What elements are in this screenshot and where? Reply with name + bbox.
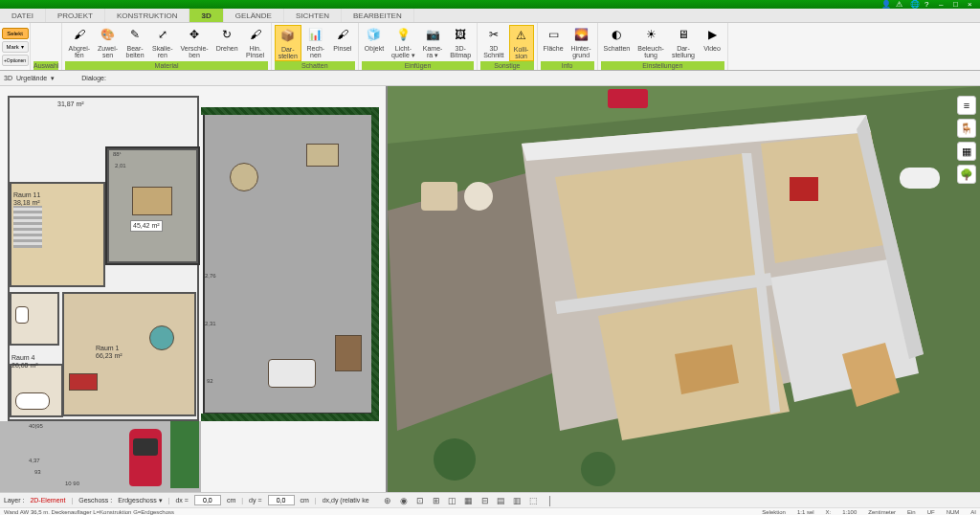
user-icon[interactable]: 👤 bbox=[881, 0, 890, 9]
ribbon-sonstige-1[interactable]: ⚠Kolli- sion bbox=[509, 25, 534, 61]
bottom-tool-5[interactable]: ▦ bbox=[462, 494, 476, 507]
ribbon-group-label: Einfügen bbox=[362, 61, 474, 70]
tab-konstruktion[interactable]: KONSTRUKTION bbox=[105, 9, 190, 22]
bottom-tool-0[interactable]: ⊕ bbox=[381, 494, 394, 507]
ribbon-sonstige-0[interactable]: ✂3D Schnitt bbox=[480, 25, 506, 61]
ribbon-item-label: Licht- quelle ▾ bbox=[391, 45, 415, 58]
ribbon-material-1[interactable]: 🎨Zuwei- sen bbox=[95, 25, 121, 61]
svg-rect-14 bbox=[421, 182, 457, 211]
svg-point-15 bbox=[464, 182, 493, 211]
tab-datei[interactable]: DATEI bbox=[0, 9, 46, 22]
beleuch--icon: ☀ bbox=[642, 26, 659, 43]
area-top-label: 31,87 m² bbox=[57, 101, 84, 108]
ribbon-item-label: Hinter- grund bbox=[571, 45, 591, 58]
bottom-tool-10[interactable]: │ bbox=[544, 494, 557, 507]
cabinet bbox=[335, 335, 362, 371]
status-selection: Selektion bbox=[762, 509, 786, 515]
bottom-tool-4[interactable]: ◫ bbox=[446, 494, 459, 507]
ribbon-schatten-2[interactable]: 🖌Pinsel bbox=[330, 25, 355, 61]
surface-icon[interactable]: ▦ bbox=[957, 142, 976, 161]
room-4-label: Raum 426,60 m² bbox=[11, 354, 38, 370]
ribbon-info-1[interactable]: 🌄Hinter- grund bbox=[568, 25, 594, 61]
ribbon-material-3[interactable]: ⤢Skalie- ren bbox=[149, 25, 175, 61]
bear--icon: ✎ bbox=[126, 26, 144, 43]
tab-sichten[interactable]: SICHTEN bbox=[284, 9, 342, 22]
tree-icon[interactable]: 🌳 bbox=[957, 165, 976, 184]
globe-icon[interactable]: 🌐 bbox=[910, 0, 919, 9]
ribbon-schatten-1[interactable]: 📊Rech- nen bbox=[303, 25, 328, 61]
ribbon-item-label: 3D Schnitt bbox=[483, 45, 503, 58]
patio-table-2 bbox=[306, 144, 339, 167]
patio-table-1 bbox=[230, 163, 258, 191]
ribbon-einstellungen-0[interactable]: ◐Schatten bbox=[601, 25, 634, 61]
hin.-icon: 🖌 bbox=[247, 26, 264, 43]
stairs-icon bbox=[13, 206, 42, 248]
maximize-icon[interactable]: □ bbox=[953, 0, 962, 9]
status-scale1: 1:1 sel bbox=[797, 509, 814, 515]
dx-input[interactable] bbox=[194, 495, 221, 505]
kame--icon: 📷 bbox=[424, 26, 441, 43]
ribbon-material-0[interactable]: 🖌Abgrei- fen bbox=[65, 25, 93, 61]
ribbon-material-6[interactable]: 🖌Hin. Pinsel bbox=[243, 25, 268, 61]
view-3d[interactable]: ≡ 🪑 ▦ 🌳 bbox=[388, 86, 980, 492]
tab-bearbeiten[interactable]: BEARBEITEN bbox=[342, 9, 414, 22]
select-button[interactable]: Selekt bbox=[2, 28, 29, 39]
layer-value[interactable]: 2D-Element bbox=[30, 497, 65, 504]
ribbon-item-label: Objekt bbox=[365, 45, 384, 52]
close-icon[interactable]: × bbox=[968, 0, 976, 9]
ribbon-schatten-0[interactable]: 📦Dar- stellen bbox=[275, 25, 301, 61]
tab-projekt[interactable]: PROJEKT bbox=[46, 9, 105, 22]
toilet-icon bbox=[15, 306, 29, 324]
view-2d[interactable]: 31,87 m² Raum 1138,18 m² 45,42 m² 2,01 8… bbox=[0, 86, 388, 492]
warning-icon[interactable]: ⚠ bbox=[896, 0, 904, 9]
ribbon-einfügen-0[interactable]: 🧊Objekt bbox=[362, 25, 387, 61]
bottom-tool-8[interactable]: ▥ bbox=[511, 494, 524, 507]
ribbon-material-4[interactable]: ✥Verschie- ben bbox=[177, 25, 211, 61]
unit-label-2: cm bbox=[301, 497, 309, 504]
help-icon[interactable]: ? bbox=[924, 0, 933, 9]
licht--icon: 💡 bbox=[394, 26, 412, 43]
ribbon-item-label: Dar- stellen bbox=[278, 46, 298, 59]
minimize-icon[interactable]: – bbox=[939, 0, 947, 9]
options-button[interactable]: +Optionen bbox=[2, 55, 29, 66]
ribbon-item-label: Schatten bbox=[604, 45, 631, 52]
ribbon-einfügen-1[interactable]: 💡Licht- quelle ▾ bbox=[389, 25, 418, 61]
ribbon-item-label: Kolli- sion bbox=[514, 46, 529, 59]
room-1 bbox=[62, 292, 196, 416]
bottom-tool-3[interactable]: ⊞ bbox=[430, 494, 443, 507]
floor-value[interactable]: Erdgeschoss ▾ bbox=[118, 497, 162, 504]
dialogue-label: Dialoge: bbox=[81, 75, 106, 81]
bottom-tool-7[interactable]: ▤ bbox=[495, 494, 508, 507]
furniture-icon[interactable]: 🪑 bbox=[957, 119, 976, 138]
status-num: NUM bbox=[947, 509, 960, 515]
ribbon-item-label: Hin. Pinsel bbox=[246, 45, 264, 58]
bottom-tool-1[interactable]: ◉ bbox=[397, 494, 411, 507]
bottom-tool-2[interactable]: ⊡ bbox=[413, 494, 427, 507]
ribbon-einstellungen-2[interactable]: 🖥Dar- stellung bbox=[669, 25, 698, 61]
ribbon-einfügen-3[interactable]: 🖼3D- Bitmap bbox=[447, 25, 474, 61]
ribbon-material-5[interactable]: ↻Drehen bbox=[213, 25, 241, 61]
ribbon-einfügen-2[interactable]: 📷Kame- ra ▾ bbox=[420, 25, 446, 61]
ribbon-item-label: Dar- stellung bbox=[672, 45, 695, 58]
ribbon-einstellungen-3[interactable]: ▶Video bbox=[700, 25, 724, 61]
ribbon-group-schatten: 📦Dar- stellen📊Rech- nen🖌PinselSchatten bbox=[272, 23, 359, 70]
tab-3d[interactable]: 3D bbox=[189, 9, 223, 22]
tab-gelaende[interactable]: GELÄNDE bbox=[224, 9, 284, 22]
ribbon-material-2[interactable]: ✎Bear- beiten bbox=[122, 25, 147, 61]
dropdown-icon[interactable]: ▾ bbox=[51, 75, 55, 82]
svg-rect-17 bbox=[608, 89, 648, 108]
bottom-tool-9[interactable]: ⬚ bbox=[527, 494, 541, 507]
floor-label: Geschoss : bbox=[78, 497, 112, 504]
ribbon-item-label: Drehen bbox=[216, 45, 238, 52]
bottom-tool-6[interactable]: ⊟ bbox=[479, 494, 492, 507]
dy-input[interactable] bbox=[268, 495, 295, 505]
drehen-icon: ↻ bbox=[218, 26, 235, 43]
ribbon-item-label: Beleuch- tung bbox=[637, 45, 664, 58]
ribbon-einstellungen-1[interactable]: ☀Beleuch- tung bbox=[635, 25, 667, 61]
mark-button[interactable]: Mark ▾ bbox=[2, 41, 29, 53]
status-scale2: 1:100 bbox=[842, 509, 857, 515]
ribbon-info-0[interactable]: ▭Fläche bbox=[541, 25, 567, 61]
ribbon-group-label: Auswahl bbox=[33, 61, 58, 70]
sofa-red bbox=[69, 373, 98, 391]
layers-icon[interactable]: ≡ bbox=[957, 96, 976, 115]
